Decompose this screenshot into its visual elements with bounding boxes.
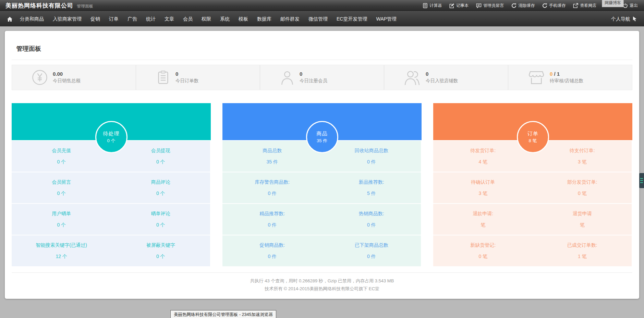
cell-value: 笔 bbox=[481, 222, 485, 228]
home-icon[interactable] bbox=[7, 16, 13, 22]
card-cell[interactable]: 待确认订单 3 笔 bbox=[433, 172, 533, 203]
nav-item[interactable]: 统计 bbox=[142, 16, 160, 22]
card-badge: 订单 8 笔 bbox=[517, 121, 549, 153]
cell-label: 待发货订单: bbox=[470, 148, 496, 154]
cell-label: 精品推荐数: bbox=[259, 211, 285, 217]
card-cell[interactable]: 待发货订单: 4 笔 bbox=[433, 140, 533, 172]
nav-item[interactable]: WAP管理 bbox=[372, 16, 401, 22]
card-cell[interactable]: 商品评论 0 个 bbox=[111, 172, 211, 203]
company-title: 美丽热网络科技有限公司 bbox=[5, 2, 73, 10]
nav-item[interactable]: 系统 bbox=[216, 16, 234, 22]
card-badge: 待处理 0 个 bbox=[95, 121, 127, 153]
nav-items: 分类和商品入驻商家管理促销订单广告统计文章会员权限系统模板数据库邮件群发微信管理… bbox=[7, 16, 401, 22]
topbar-tool[interactable]: 记事本 bbox=[449, 3, 469, 9]
card-grid: 会员充值 0 个 会员提现 0 个 会员留言 0 个 商品评论 0 个 bbox=[12, 140, 211, 266]
card-cell[interactable]: 会员留言 0 个 bbox=[12, 172, 111, 203]
card-cell[interactable]: 待支付订单: 3 笔 bbox=[533, 140, 633, 172]
card-cell[interactable]: 热销商品数: 0 件 bbox=[322, 203, 422, 235]
card-cell[interactable]: 回收站商品总数 0 件 bbox=[322, 140, 422, 172]
stat-value: 0 bbox=[426, 71, 458, 77]
card-cell[interactable]: 促销商品数: 0 件 bbox=[222, 235, 322, 266]
nav-item[interactable]: 会员 bbox=[179, 16, 197, 22]
browser-status-tooltip: 美丽热网络科技有限公司管理面板 - 2345加速浏览器 bbox=[170, 310, 276, 318]
cell-label: 待确认订单 bbox=[471, 179, 495, 185]
card-grid: 商品总数 35 件 回收站商品总数 0 件 库存警告商品数: 0 件 新品推荐数… bbox=[222, 140, 422, 266]
cell-value: 笔 bbox=[580, 222, 585, 228]
card-badge-value: 35 件 bbox=[317, 138, 327, 144]
nav-item[interactable]: 入驻商家管理 bbox=[48, 16, 86, 22]
stat-item: 0 今日入驻店铺数 bbox=[384, 65, 508, 90]
card-cell[interactable]: 已下架商品总数 0 件 bbox=[322, 235, 422, 266]
cell-label: 新品推荐数: bbox=[359, 179, 384, 185]
tool-label: 记事本 bbox=[456, 3, 469, 9]
card-cell[interactable]: 库存警告商品数: 0 件 bbox=[222, 172, 322, 203]
card-cell[interactable]: 用户晒单 0 个 bbox=[12, 203, 111, 235]
footer-divider bbox=[12, 272, 632, 273]
stats-strip: 0.00 今日销售总额 0 今日订单数 0 今日注册会员 0 bbox=[12, 65, 632, 90]
logout-button[interactable]: 退出 bbox=[623, 3, 638, 9]
card-cell[interactable]: 退款申请: 笔 bbox=[433, 203, 533, 235]
topbar-tool[interactable]: 清除缓存 bbox=[511, 3, 535, 9]
cell-value: 0 个 bbox=[57, 191, 66, 197]
card-cell[interactable]: 会员充值 0 个 bbox=[12, 140, 111, 172]
cell-value: 0 个 bbox=[57, 159, 66, 165]
cell-label: 商品评论 bbox=[151, 179, 170, 185]
card-cell[interactable]: 被屏蔽关键字 0 个 bbox=[111, 235, 211, 266]
edge-toolbar-tab[interactable] bbox=[639, 173, 644, 188]
notepad-icon bbox=[449, 3, 454, 8]
topbar-tool[interactable]: 查看网店 bbox=[573, 3, 596, 9]
cell-value: 0 个 bbox=[156, 254, 165, 260]
nav-item[interactable]: 权限 bbox=[197, 16, 216, 22]
topbar-tool[interactable]: 管理员留言 bbox=[476, 3, 504, 9]
card-cell[interactable]: 晒单评论 0 个 bbox=[111, 203, 211, 235]
card-cell[interactable]: 智能搜索关键字(已通过) 12 个 bbox=[12, 235, 111, 266]
summary-cards: 待处理 0 个 会员充值 0 个 会员提现 0 个 会员留言 0 个 bbox=[12, 103, 632, 266]
page-title: 管理面板 bbox=[12, 31, 632, 60]
stat-item: 0 / 1 待审核/店铺总数 bbox=[508, 65, 632, 90]
cell-value: 1 笔 bbox=[578, 254, 587, 260]
cell-value: 3 笔 bbox=[578, 159, 587, 165]
card-cell[interactable]: 精品推荐数: 0 件 bbox=[222, 203, 322, 235]
card-badge-title: 订单 bbox=[527, 131, 538, 137]
card-cell[interactable]: 会员提现 0 个 bbox=[111, 140, 211, 172]
cell-label: 退款申请: bbox=[473, 211, 493, 217]
logout-label: 退出 bbox=[630, 3, 638, 9]
personal-nav[interactable]: 个人导航 bbox=[611, 16, 637, 22]
card-badge-title: 待处理 bbox=[103, 131, 120, 137]
card-grid: 待发货订单: 4 笔 待支付订单: 3 笔 待确认订单 3 笔 部分发货订单: … bbox=[433, 140, 632, 266]
card-cell[interactable]: 已成交订单数: 1 笔 bbox=[533, 235, 633, 266]
card-cell[interactable]: 新品推荐数: 5 件 bbox=[322, 172, 422, 203]
cell-label: 用户晒单 bbox=[52, 211, 71, 217]
nav-item[interactable]: 广告 bbox=[123, 16, 142, 22]
card-cell[interactable]: 商品总数 35 件 bbox=[222, 140, 322, 172]
stat-value: 0.00 bbox=[53, 71, 81, 77]
card-cell[interactable]: 新缺货登记: 0 笔 bbox=[433, 235, 533, 266]
nav-item[interactable]: EC堂开发管理 bbox=[332, 16, 372, 22]
nav-item[interactable]: 微信管理 bbox=[304, 16, 332, 22]
nav-item[interactable]: 订单 bbox=[105, 16, 123, 22]
topbar-tool[interactable]: 手机缓存 bbox=[542, 3, 566, 9]
cell-value: 0 个 bbox=[57, 222, 66, 228]
nav-item[interactable]: 分类和商品 bbox=[15, 16, 48, 22]
nav-item[interactable]: 模板 bbox=[234, 16, 253, 22]
stat-label: 待审核/店铺总数 bbox=[550, 78, 583, 84]
topbar-tool[interactable]: 计算器 bbox=[423, 3, 442, 9]
card-cell[interactable]: 退货申请 笔 bbox=[533, 203, 633, 235]
brand: 美丽热网络科技有限公司 管理面板 bbox=[5, 2, 93, 10]
nav-item[interactable]: 数据库 bbox=[253, 16, 276, 22]
cell-value: 0 个 bbox=[156, 222, 165, 228]
summary-card: 订单 8 笔 待发货订单: 4 笔 待支付订单: 3 笔 待确认订单 3 笔 bbox=[433, 103, 632, 266]
footer-copyright-line: 技术所有 © 2014-2015美丽热网络科技有限公司旗下 EC堂 bbox=[5, 285, 639, 293]
view-shop-icon bbox=[573, 3, 578, 8]
stat-item: 0 今日注册会员 bbox=[260, 65, 384, 90]
nav-item[interactable]: 促销 bbox=[86, 16, 105, 22]
card-cell[interactable]: 部分发货订单: 0 笔 bbox=[533, 172, 633, 203]
nav-item[interactable]: 邮件群发 bbox=[276, 16, 304, 22]
cell-label: 退货申请 bbox=[573, 211, 592, 217]
tool-label: 手机缓存 bbox=[549, 3, 566, 9]
users-icon bbox=[404, 70, 421, 85]
yen-circle-icon bbox=[32, 70, 48, 85]
nav-item[interactable]: 文章 bbox=[160, 16, 179, 22]
cell-value: 0 笔 bbox=[478, 254, 487, 260]
cell-label: 已下架商品总数 bbox=[355, 242, 388, 248]
